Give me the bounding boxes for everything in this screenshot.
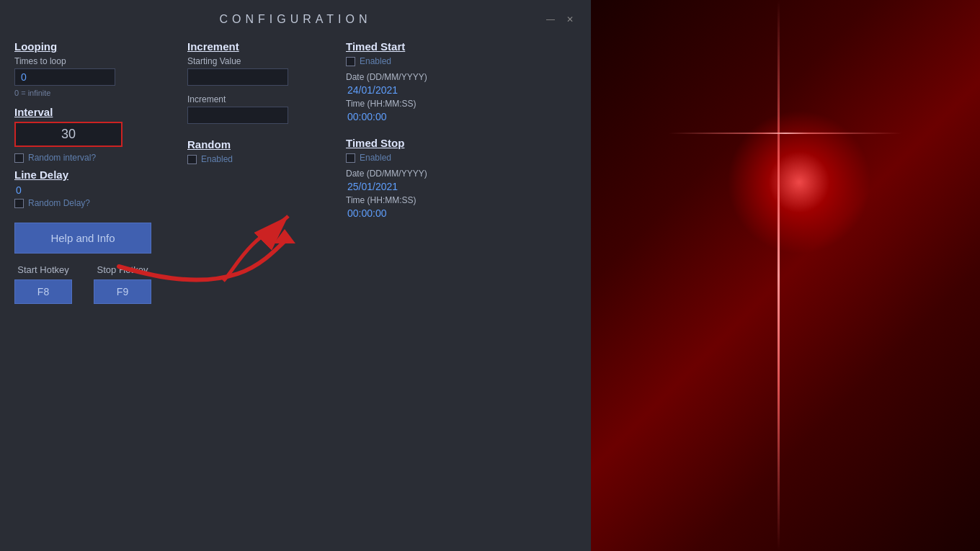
timed-start-date-value: 24/01/2021 (346, 84, 533, 96)
random-delay-checkbox[interactable] (14, 199, 24, 208)
random-delay-row: Random Delay? (14, 198, 173, 208)
timed-start-checkbox[interactable] (346, 57, 355, 66)
help-button[interactable]: Help and Info (14, 223, 151, 254)
looping-title: Looping (14, 40, 173, 53)
stop-hotkey-button[interactable]: F9 (94, 279, 151, 304)
random-section: Random Enabled (187, 138, 331, 164)
interval-section: Interval 30 Random interval? (14, 106, 173, 163)
random-title: Random (187, 138, 331, 151)
close-button[interactable]: ✕ (564, 13, 576, 26)
random-interval-row: Random interval? (14, 153, 173, 163)
increment-input[interactable] (187, 107, 288, 124)
times-to-loop-label: Times to loop (14, 56, 173, 66)
timed-stop-enabled-label: Enabled (360, 153, 391, 163)
increment-section: Increment Starting Value Increment (187, 40, 331, 124)
minimize-button[interactable]: — (543, 13, 558, 26)
random-enabled-label: Enabled (201, 154, 233, 164)
interval-value[interactable]: 30 (14, 122, 122, 147)
start-hotkey-label: Start Hotkey (17, 264, 69, 275)
content-area: Looping Times to loop 0 = infinite Inter… (14, 37, 576, 537)
infinite-note: 0 = infinite (14, 89, 173, 97)
red-streak-horizontal (669, 133, 902, 134)
timed-stop-time-label: Time (HH:MM:SS) (346, 195, 533, 205)
title-bar: CONFIGURATION — ✕ (14, 7, 576, 37)
config-panel: CONFIGURATION — ✕ Looping Times to loop … (0, 0, 591, 551)
timed-stop-date-label: Date (DD/MM/YYYY) (346, 169, 533, 179)
window-controls: — ✕ (543, 13, 576, 26)
red-streak-vertical (778, 0, 780, 551)
timed-start-enabled-label: Enabled (360, 56, 391, 66)
random-delay-label: Random Delay? (28, 198, 90, 208)
left-column: Looping Times to loop 0 = infinite Inter… (14, 37, 173, 537)
random-interval-checkbox[interactable] (14, 153, 24, 163)
start-hotkey-section: Start Hotkey F8 (14, 264, 72, 304)
window-title: CONFIGURATION (219, 13, 371, 26)
timed-stop-checkbox[interactable] (346, 153, 355, 163)
timed-stop-title: Timed Stop (346, 137, 533, 149)
timed-start-title: Timed Start (346, 40, 533, 53)
timed-start-time-label: Time (HH:MM:SS) (346, 99, 533, 109)
timed-start-time-value: 00:00:00 (346, 111, 533, 122)
interval-title: Interval (14, 106, 173, 118)
timed-stop-section: Timed Stop Enabled Date (DD/MM/YYYY) 25/… (346, 137, 533, 219)
random-interval-label: Random interval? (28, 153, 96, 163)
timed-stop-time-value: 00:00:00 (346, 207, 533, 219)
stop-hotkey-label: Stop Hotkey (97, 264, 148, 275)
random-enabled-row: Enabled (187, 154, 331, 164)
line-delay-title: Line Delay (14, 169, 173, 181)
right-column: Timed Start Enabled Date (DD/MM/YYYY) 24… (346, 37, 533, 537)
increment-label: Increment (187, 94, 331, 104)
random-enabled-checkbox[interactable] (187, 155, 197, 164)
stop-hotkey-section: Stop Hotkey F9 (94, 264, 151, 304)
background-decoration (591, 0, 980, 551)
timed-start-date-label: Date (DD/MM/YYYY) (346, 72, 533, 82)
line-delay-section: Line Delay 0 Random Delay? (14, 169, 173, 208)
timed-stop-enabled-row: Enabled (346, 153, 533, 163)
bottom-buttons: Help and Info Start Hotkey F8 Stop Hotke… (14, 223, 173, 304)
timed-start-section: Timed Start Enabled Date (DD/MM/YYYY) 24… (346, 40, 533, 122)
timed-start-enabled-row: Enabled (346, 56, 533, 66)
starting-value-label: Starting Value (187, 56, 331, 66)
increment-title: Increment (187, 40, 331, 53)
starting-value-input[interactable] (187, 68, 288, 86)
timed-stop-date-value: 25/01/2021 (346, 181, 533, 192)
hotkey-row: Start Hotkey F8 Stop Hotkey F9 (14, 264, 173, 304)
looping-section: Looping Times to loop 0 = infinite (14, 40, 173, 97)
middle-column: Increment Starting Value Increment Rando… (187, 37, 331, 537)
start-hotkey-button[interactable]: F8 (14, 279, 72, 304)
line-delay-value: 0 (14, 184, 173, 196)
times-to-loop-input[interactable] (14, 68, 115, 86)
